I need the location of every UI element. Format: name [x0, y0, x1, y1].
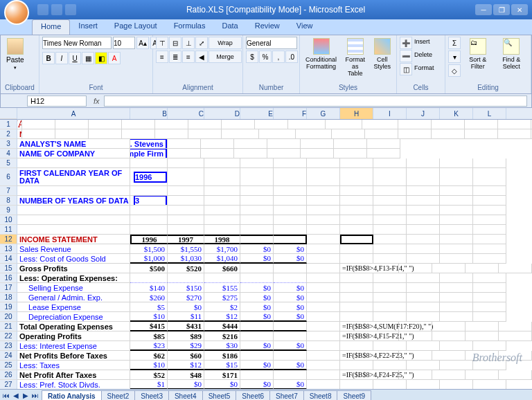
cell[interactable]: Dr. Glenn L. Stevens	[130, 139, 168, 149]
cell[interactable]: $0	[274, 380, 307, 389]
cell[interactable]	[340, 168, 373, 186]
cell[interactable]: $140	[130, 283, 168, 293]
sheet-tab[interactable]: Sheet2	[101, 390, 136, 401]
cell[interactable]	[362, 120, 398, 129]
cell[interactable]	[274, 370, 307, 380]
cell[interactable]	[399, 370, 432, 380]
cell[interactable]	[465, 120, 498, 129]
cell[interactable]	[473, 235, 506, 244]
cell[interactable]: Depreciation Expense	[17, 312, 130, 322]
cell[interactable]: Less: Cost of Goods Sold	[17, 254, 130, 264]
cell[interactable]: $1,500	[130, 244, 168, 254]
cell[interactable]	[274, 158, 307, 168]
cell[interactable]: 1996	[130, 235, 168, 244]
row-header[interactable]: 27	[0, 380, 17, 389]
cell[interactable]	[473, 196, 506, 206]
cell[interactable]	[373, 235, 407, 244]
cell[interactable]: $150	[168, 283, 204, 293]
cell[interactable]: Net Profit After Taxes	[17, 370, 130, 380]
cell[interactable]	[398, 129, 432, 139]
cell[interactable]	[373, 206, 407, 215]
cell[interactable]	[240, 322, 274, 331]
indent-dec-icon[interactable]: ◀	[195, 51, 208, 63]
cell[interactable]	[17, 225, 130, 235]
cell[interactable]: Gross Profits	[17, 264, 130, 273]
sheet-tab[interactable]: Sheet3	[134, 390, 169, 401]
cell[interactable]	[432, 351, 466, 361]
cell[interactable]	[274, 351, 307, 361]
row-header[interactable]: 4	[0, 149, 17, 158]
cell[interactable]	[130, 215, 168, 225]
cell[interactable]	[440, 254, 473, 264]
cell[interactable]	[240, 331, 274, 341]
sheet-tab[interactable]: Sheet9	[337, 390, 371, 401]
col-header[interactable]: H	[340, 108, 373, 119]
cell[interactable]	[407, 254, 440, 264]
align-left-icon[interactable]: ≡	[156, 51, 168, 63]
cell[interactable]	[440, 225, 473, 235]
cell[interactable]: 1998	[204, 235, 240, 244]
row-header[interactable]: 11	[0, 225, 17, 235]
cell[interactable]	[473, 361, 506, 370]
cell[interactable]	[373, 254, 407, 264]
cell[interactable]	[274, 225, 307, 235]
format-cells-icon[interactable]: ◫	[400, 63, 412, 75]
cell[interactable]	[307, 331, 340, 341]
cell[interactable]: $0	[168, 302, 204, 312]
cell[interactable]: $500	[130, 264, 168, 273]
cell[interactable]: $10	[130, 361, 168, 370]
cell[interactable]: $0	[274, 254, 307, 264]
insert-cells-icon[interactable]: ➕	[400, 37, 412, 49]
border-button[interactable]: ▦	[82, 52, 94, 64]
merge-button[interactable]: Merge	[209, 51, 242, 63]
restore-button[interactable]: ❐	[493, 4, 510, 15]
fill-icon[interactable]: ▾	[448, 51, 461, 63]
paste-button[interactable]: Paste▾	[3, 37, 27, 72]
cell[interactable]	[307, 215, 340, 225]
cell[interactable]	[204, 186, 240, 196]
cell[interactable]: $1,550	[168, 244, 204, 254]
cell[interactable]	[373, 361, 407, 370]
cell[interactable]	[274, 322, 307, 331]
cell[interactable]	[332, 129, 365, 139]
cell[interactable]	[473, 302, 506, 312]
cell[interactable]	[373, 283, 407, 293]
cell[interactable]	[407, 283, 440, 293]
cell[interactable]: Selling Expense	[17, 283, 130, 293]
worksheet[interactable]: A B C D E F G H I J K L 1FINANCIAL ANALY…	[0, 108, 532, 389]
cell[interactable]	[407, 361, 440, 370]
tab-insert[interactable]: Insert	[70, 19, 106, 35]
cell[interactable]: Sales Revenue	[17, 244, 130, 254]
cell[interactable]	[340, 312, 373, 322]
cell[interactable]	[240, 206, 274, 215]
cell[interactable]	[432, 120, 465, 129]
cell[interactable]	[340, 186, 373, 196]
cell[interactable]: $520	[168, 264, 204, 273]
cell[interactable]	[440, 341, 473, 351]
cell[interactable]: $0	[240, 380, 274, 389]
cell[interactable]	[274, 331, 307, 341]
row-header[interactable]: 7	[0, 186, 17, 196]
cell[interactable]	[334, 149, 367, 158]
cell[interactable]: =IF($B$8>4,SUM(F17:F20)," ")	[340, 322, 399, 331]
cell[interactable]	[130, 225, 168, 235]
cell[interactable]	[473, 273, 506, 283]
cell[interactable]: $0	[274, 293, 307, 302]
cell[interactable]	[274, 264, 307, 273]
currency-icon[interactable]: $	[246, 51, 258, 63]
select-all-corner[interactable]	[0, 108, 17, 119]
cell[interactable]	[440, 244, 473, 254]
cell[interactable]	[168, 225, 204, 235]
cell[interactable]	[234, 149, 267, 158]
cell[interactable]	[399, 264, 432, 273]
row-header[interactable]: 13	[0, 244, 17, 254]
cell[interactable]	[307, 380, 340, 389]
cell[interactable]: $0	[240, 302, 274, 312]
row-header[interactable]: 18	[0, 293, 17, 302]
cell[interactable]	[432, 331, 466, 341]
cell[interactable]: $62	[130, 351, 168, 361]
cell[interactable]	[204, 206, 240, 215]
cell[interactable]: $1,700	[204, 244, 240, 254]
cell[interactable]	[334, 139, 367, 149]
cell[interactable]	[168, 206, 204, 215]
